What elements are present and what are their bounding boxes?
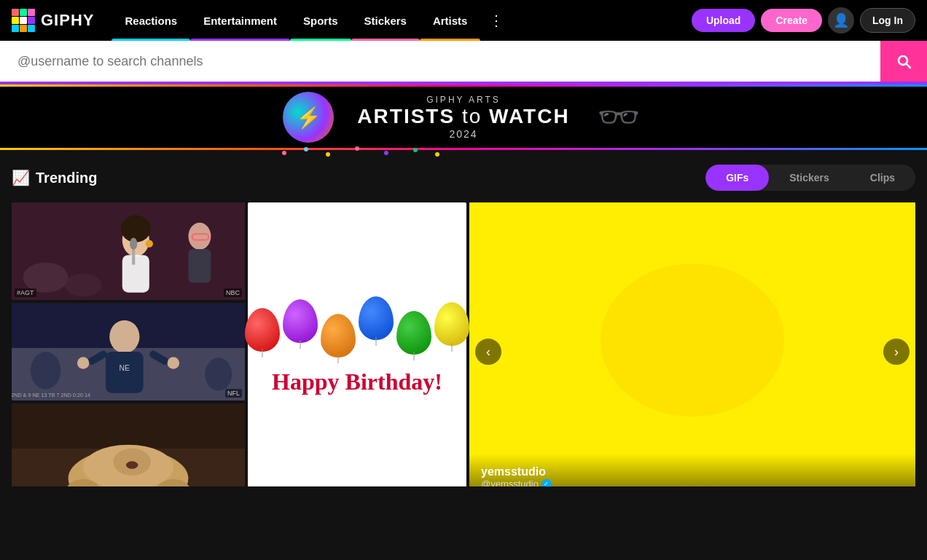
nav-entertainment[interactable]: Entertainment	[190, 0, 290, 41]
search-section	[0, 41, 927, 84]
balloon-orange	[321, 314, 356, 358]
gif-featured[interactable]: ‹ › yemsstudio @yemsstudio ✓	[469, 202, 915, 486]
banner-artists-label: ARTISTS	[357, 105, 455, 127]
svg-rect-2	[12, 25, 19, 32]
svg-point-41	[126, 461, 138, 468]
filter-clips-tab[interactable]: Clips	[850, 165, 915, 191]
verified-badge: ✓	[541, 479, 552, 487]
svg-rect-1	[12, 17, 19, 24]
search-button[interactable]	[880, 41, 927, 82]
creator-handle: @yemsstudio ✓	[481, 478, 904, 486]
svg-point-29	[168, 357, 179, 368]
upload-button[interactable]: Upload	[692, 9, 755, 32]
nbc-badge: NBC	[224, 288, 242, 297]
gif-birthday[interactable]: Happy Birthday!	[248, 202, 466, 486]
svg-point-50	[601, 264, 784, 417]
svg-point-20	[130, 237, 137, 249]
confetti	[270, 146, 445, 160]
filter-stickers-tab[interactable]: Stickers	[769, 165, 849, 191]
filter-gifs-tab[interactable]: GIFs	[705, 165, 769, 191]
banner-text: GIPHY ARTS ARTISTS to WATCH 2024	[357, 95, 569, 140]
trending-icon: 📈	[12, 169, 30, 186]
svg-rect-6	[28, 17, 35, 24]
svg-point-15	[121, 216, 151, 242]
svg-point-23	[109, 320, 139, 353]
agt-badge: #AGT	[15, 288, 36, 297]
svg-rect-8	[28, 25, 35, 32]
trending-title: 📈 Trending	[12, 169, 97, 186]
filter-tabs: GIFs Stickers Clips	[705, 165, 915, 191]
animal-gif	[12, 403, 245, 486]
svg-point-43	[304, 147, 308, 151]
svg-point-31	[31, 352, 60, 390]
svg-point-46	[384, 151, 388, 155]
svg-point-42	[282, 151, 286, 155]
balloons	[245, 308, 469, 358]
nfl-badge: NFL	[225, 389, 242, 398]
logo[interactable]: GIPHY	[12, 9, 94, 32]
svg-rect-5	[20, 17, 27, 24]
nav-stickers[interactable]: Stickers	[351, 0, 420, 41]
logo-text: GIPHY	[41, 11, 94, 30]
banner-left-art: ⚡	[283, 92, 334, 143]
banner-watch-label: WATCH	[489, 105, 570, 127]
featured-gif-visual	[469, 202, 915, 486]
nav-sports[interactable]: Sports	[290, 0, 351, 41]
birthday-text-area: Happy Birthday!	[272, 369, 442, 395]
svg-rect-24	[106, 352, 144, 393]
creator-name: yemsstudio	[481, 465, 904, 478]
balloon-red	[245, 308, 280, 352]
create-button[interactable]: Create	[761, 9, 822, 32]
svg-point-14	[146, 240, 153, 248]
svg-rect-3	[20, 9, 27, 16]
search-input[interactable]	[0, 41, 880, 82]
svg-point-47	[413, 148, 418, 152]
svg-text:2ND & 9  NE 13  TB 7  2ND 0:20: 2ND & 9 NE 13 TB 7 2ND 0:20 14	[12, 392, 90, 398]
banner-right-art: 🕶️	[593, 92, 644, 143]
banner-to-label: to	[462, 105, 489, 127]
trending-section: 📈 Trending GIFs Stickers Clips	[0, 150, 927, 486]
left-column: #AGT NBC NE	[12, 202, 245, 486]
balloon-blue	[359, 296, 394, 340]
svg-point-44	[326, 152, 330, 157]
more-menu-icon[interactable]: ⋮	[480, 0, 512, 41]
svg-rect-4	[28, 9, 35, 16]
svg-point-45	[355, 146, 359, 151]
gif-thumb-agt[interactable]: #AGT NBC	[12, 202, 245, 300]
gif-grid: #AGT NBC NE	[12, 202, 915, 486]
gif-thumb-nfl[interactable]: NE 2ND & 9 NE 13 TB 7 2ND 0:20 14 NFL	[12, 303, 245, 401]
user-icon-button[interactable]: 👤	[828, 7, 854, 33]
svg-point-48	[435, 152, 439, 157]
svg-rect-17	[188, 249, 211, 283]
giphy-logo-icon	[12, 9, 35, 32]
banner[interactable]: ⚡ GIPHY ARTS ARTISTS to WATCH 2024 🕶️	[0, 84, 927, 150]
svg-point-32	[205, 358, 232, 390]
gif-thumb-animal[interactable]	[12, 403, 245, 486]
birthday-content: Happy Birthday!	[233, 296, 481, 406]
nav-artists[interactable]: Artists	[420, 0, 481, 41]
nav-links: Reactions Entertainment Sports Stickers …	[112, 0, 691, 41]
trending-label: Trending	[36, 170, 97, 186]
balloon-green	[396, 311, 431, 355]
navbar: GIPHY Reactions Entertainment Sports Sti…	[0, 0, 927, 41]
banner-inner: ⚡ GIPHY ARTS ARTISTS to WATCH 2024 🕶️	[283, 92, 644, 143]
happy-birthday-text: Happy Birthday!	[272, 369, 442, 395]
nav-reactions[interactable]: Reactions	[112, 0, 190, 41]
login-button[interactable]: Log In	[860, 8, 915, 33]
creator-overlay: yemsstudio @yemsstudio ✓	[469, 454, 915, 486]
svg-rect-13	[122, 255, 149, 293]
carousel-prev-button[interactable]: ‹	[475, 339, 501, 365]
svg-rect-0	[12, 9, 19, 16]
svg-text:NE: NE	[120, 364, 130, 372]
svg-point-11	[64, 274, 102, 296]
banner-main-text: ARTISTS to WATCH	[357, 105, 569, 128]
nav-actions: Upload Create 👤 Log In	[692, 7, 915, 33]
carousel-next-button[interactable]: ›	[883, 339, 910, 365]
banner-top-text: GIPHY ARTS	[357, 95, 569, 105]
banner-left-emoji: ⚡	[296, 106, 321, 130]
agt-gif	[12, 202, 245, 300]
nfl-gif: NE 2ND & 9 NE 13 TB 7 2ND 0:20 14	[12, 303, 245, 401]
balloon-purple	[283, 299, 318, 343]
trending-header: 📈 Trending GIFs Stickers Clips	[12, 165, 915, 191]
svg-rect-7	[20, 25, 27, 32]
